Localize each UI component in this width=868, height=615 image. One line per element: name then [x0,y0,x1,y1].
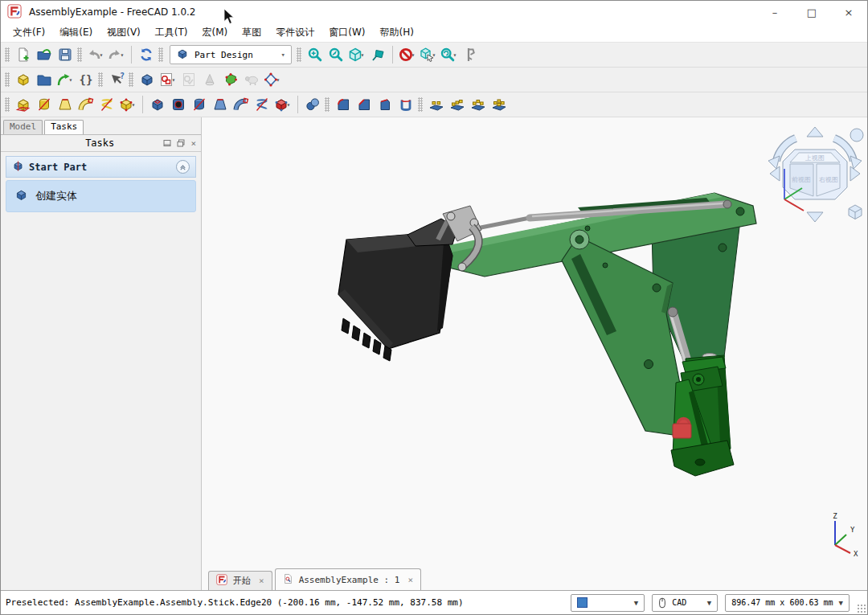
toolbar-grip[interactable] [418,97,423,112]
draft-button[interactable] [375,94,395,115]
dropdown-arrow-icon[interactable]: ▾ [432,51,439,59]
toolbar-grip[interactable] [77,47,82,62]
tilt-up-arrow-icon[interactable] [807,127,823,137]
whats-this-button[interactable]: ? [106,69,127,90]
redo-button[interactable]: ▾ [106,44,127,65]
hole-button[interactable] [168,94,189,115]
create-group-button[interactable] [34,69,55,90]
thickness-button[interactable] [395,94,416,115]
toolbar-grip[interactable] [5,97,10,112]
edit-sketch-button[interactable] [178,69,199,90]
mirrored-button[interactable] [426,94,447,115]
create-body-button[interactable] [137,69,158,90]
dropdown-arrow-icon[interactable]: ▾ [100,51,106,59]
open-document-button[interactable] [34,44,55,65]
minimize-button[interactable]: – [756,1,793,23]
tilt-down-arrow-icon[interactable] [807,212,823,222]
collapse-section-icon[interactable] [176,160,190,174]
menu-edit[interactable]: 编辑(E) [52,24,100,41]
navigation-cube[interactable]: 上视图 前视图 右视图 [768,127,863,222]
pocket-button[interactable] [147,94,168,115]
toolbar-grip[interactable] [325,97,330,112]
dropdown-arrow-icon[interactable]: ▾ [132,101,138,109]
expression-editor-button[interactable]: {} [76,69,96,90]
dropdown-arrow-icon[interactable]: ▾ [453,51,460,59]
menu-sketch[interactable]: 草图 [235,24,268,41]
workbench-selector[interactable]: Part Design▾ [170,45,292,64]
multi-transform-button[interactable] [489,94,510,115]
start-part-section-header[interactable]: Start Part [6,156,196,178]
menu-file[interactable]: 文件(F) [6,24,52,41]
menu-help[interactable]: 帮助(H) [372,24,420,41]
subtractive-pipe-button[interactable] [231,94,252,115]
undo-button[interactable]: ▾ [85,44,106,65]
create-datum-button[interactable]: ▾ [262,69,283,90]
menu-tools[interactable]: 工具(T) [148,24,195,41]
pad-button[interactable] [13,94,34,115]
dropdown-arrow-icon[interactable]: ▾ [276,76,283,84]
navigation-style-selector[interactable]: CAD ▼ [652,594,718,612]
subtractive-primitive-button[interactable]: ▾ [272,94,293,115]
draw-style-button[interactable]: ▾ [439,44,460,65]
toolbar-grip[interactable] [297,47,301,62]
box-selection-button[interactable]: ▾ [418,44,439,65]
close-button[interactable]: × [830,1,867,23]
boolean-operation-button[interactable] [302,94,323,115]
dropdown-arrow-icon[interactable]: ▾ [121,51,127,59]
subtractive-loft-button[interactable] [210,94,231,115]
dock-tab-tasks[interactable]: Tasks [44,120,84,134]
nav-cube-menu-icon[interactable] [850,129,863,141]
float-pane-icon[interactable] [177,139,185,147]
title-bar[interactable]: AssemblyExample - FreeCAD 1.0.2 – □ × [1,1,867,23]
dropdown-arrow-icon[interactable]: ▾ [287,101,293,109]
close-tab-icon[interactable]: × [259,576,264,586]
chamfer-button[interactable] [354,94,375,115]
mdi-tab-document[interactable]: AssemblyExample : 1× [275,568,421,590]
dropdown-arrow-icon[interactable]: ▾ [361,51,367,59]
create-sketch-button[interactable]: ▾ [158,69,178,90]
dropdown-arrow-icon[interactable]: ▾ [172,76,178,84]
menu-macro[interactable]: 宏(M) [195,24,235,41]
additive-helix-button[interactable] [96,94,117,115]
maximize-button[interactable]: □ [793,1,830,23]
attach-sketch-button[interactable] [199,69,220,90]
save-document-button[interactable] [55,44,76,65]
view-isometric-button[interactable]: ▾ [346,44,367,65]
base-bracket[interactable] [671,355,734,476]
dropdown-arrow-icon[interactable]: ▾ [69,76,76,84]
toolbar-grip[interactable] [129,72,133,87]
groove-button[interactable] [189,94,210,115]
zoom-to-selection-button[interactable] [326,44,346,65]
measure-button[interactable] [460,44,481,65]
create-body-task-item[interactable]: 创建实体 [6,180,196,212]
create-part-button[interactable] [13,69,34,90]
toolbar-grip[interactable] [5,72,10,87]
make-link-button[interactable]: ▾ [55,69,76,90]
menu-part-design[interactable]: 零件设计 [268,24,321,41]
dropdown-arrow-icon[interactable]: ▾ [411,51,418,59]
additive-pipe-button[interactable] [76,94,96,115]
rotate-cw-arrow-icon[interactable] [850,166,860,181]
3d-viewport[interactable]: 上视图 前视图 右视图 [202,117,867,590]
revolution-button[interactable] [34,94,55,115]
mdi-tab-start[interactable]: 开始× [208,571,272,590]
additive-loft-button[interactable] [55,94,76,115]
new-document-button[interactable] [13,44,34,65]
additive-primitive-button[interactable]: ▾ [117,94,138,115]
linear-pattern-button[interactable] [447,94,468,115]
close-pane-icon[interactable]: × [190,138,196,149]
fillet-button[interactable] [333,94,354,115]
draw-style-selector[interactable]: ▼ [571,594,645,612]
toolbar-grip[interactable] [158,47,163,62]
subtractive-helix-button[interactable] [252,94,272,115]
polar-pattern-button[interactable] [468,94,489,115]
menu-view[interactable]: 视图(V) [100,24,148,41]
toolbar-grip[interactable] [5,47,10,62]
dock-tab-model[interactable]: Model [3,120,43,134]
refresh-document-button[interactable] [136,44,157,65]
validate-sketch-button[interactable] [241,69,262,90]
dock-pane-icon[interactable] [163,139,171,147]
map-sketch-to-face-button[interactable] [220,69,241,90]
rotate-ccw-arrow-icon[interactable] [770,166,780,181]
excavator-model[interactable] [338,193,756,476]
